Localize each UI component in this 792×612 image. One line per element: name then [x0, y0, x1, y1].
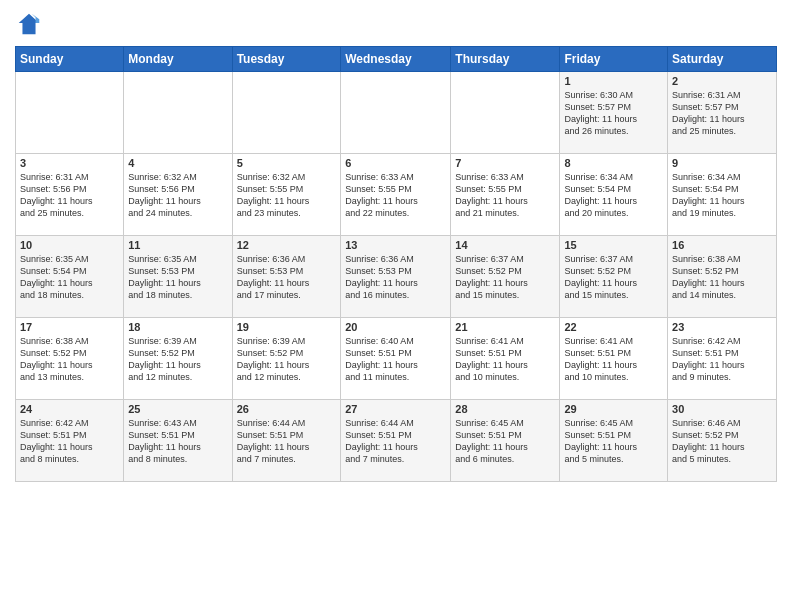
day-number: 21	[455, 321, 555, 333]
day-number: 28	[455, 403, 555, 415]
day-number: 4	[128, 157, 227, 169]
calendar-cell: 5Sunrise: 6:32 AM Sunset: 5:55 PM Daylig…	[232, 154, 341, 236]
day-info: Sunrise: 6:33 AM Sunset: 5:55 PM Dayligh…	[455, 171, 555, 220]
calendar-week-3: 10Sunrise: 6:35 AM Sunset: 5:54 PM Dayli…	[16, 236, 777, 318]
calendar-cell: 20Sunrise: 6:40 AM Sunset: 5:51 PM Dayli…	[341, 318, 451, 400]
calendar-cell: 14Sunrise: 6:37 AM Sunset: 5:52 PM Dayli…	[451, 236, 560, 318]
day-number: 9	[672, 157, 772, 169]
day-number: 24	[20, 403, 119, 415]
day-info: Sunrise: 6:39 AM Sunset: 5:52 PM Dayligh…	[128, 335, 227, 384]
calendar-cell: 6Sunrise: 6:33 AM Sunset: 5:55 PM Daylig…	[341, 154, 451, 236]
day-number: 27	[345, 403, 446, 415]
day-number: 11	[128, 239, 227, 251]
calendar-cell: 7Sunrise: 6:33 AM Sunset: 5:55 PM Daylig…	[451, 154, 560, 236]
day-info: Sunrise: 6:45 AM Sunset: 5:51 PM Dayligh…	[564, 417, 663, 466]
day-number: 25	[128, 403, 227, 415]
day-info: Sunrise: 6:42 AM Sunset: 5:51 PM Dayligh…	[20, 417, 119, 466]
day-info: Sunrise: 6:31 AM Sunset: 5:57 PM Dayligh…	[672, 89, 772, 138]
calendar-cell: 15Sunrise: 6:37 AM Sunset: 5:52 PM Dayli…	[560, 236, 668, 318]
calendar-cell: 10Sunrise: 6:35 AM Sunset: 5:54 PM Dayli…	[16, 236, 124, 318]
logo-icon	[15, 10, 43, 38]
day-info: Sunrise: 6:36 AM Sunset: 5:53 PM Dayligh…	[237, 253, 337, 302]
day-number: 18	[128, 321, 227, 333]
day-info: Sunrise: 6:34 AM Sunset: 5:54 PM Dayligh…	[564, 171, 663, 220]
day-info: Sunrise: 6:35 AM Sunset: 5:53 PM Dayligh…	[128, 253, 227, 302]
day-number: 5	[237, 157, 337, 169]
calendar-cell: 17Sunrise: 6:38 AM Sunset: 5:52 PM Dayli…	[16, 318, 124, 400]
day-number: 8	[564, 157, 663, 169]
calendar: SundayMondayTuesdayWednesdayThursdayFrid…	[15, 46, 777, 482]
day-number: 12	[237, 239, 337, 251]
day-number: 2	[672, 75, 772, 87]
calendar-cell	[341, 72, 451, 154]
calendar-week-4: 17Sunrise: 6:38 AM Sunset: 5:52 PM Dayli…	[16, 318, 777, 400]
calendar-cell: 22Sunrise: 6:41 AM Sunset: 5:51 PM Dayli…	[560, 318, 668, 400]
day-info: Sunrise: 6:45 AM Sunset: 5:51 PM Dayligh…	[455, 417, 555, 466]
day-info: Sunrise: 6:44 AM Sunset: 5:51 PM Dayligh…	[345, 417, 446, 466]
day-info: Sunrise: 6:37 AM Sunset: 5:52 PM Dayligh…	[564, 253, 663, 302]
weekday-header-monday: Monday	[124, 47, 232, 72]
weekday-header-row: SundayMondayTuesdayWednesdayThursdayFrid…	[16, 47, 777, 72]
weekday-header-friday: Friday	[560, 47, 668, 72]
calendar-week-5: 24Sunrise: 6:42 AM Sunset: 5:51 PM Dayli…	[16, 400, 777, 482]
calendar-cell: 27Sunrise: 6:44 AM Sunset: 5:51 PM Dayli…	[341, 400, 451, 482]
calendar-cell: 2Sunrise: 6:31 AM Sunset: 5:57 PM Daylig…	[668, 72, 777, 154]
header	[15, 10, 777, 38]
calendar-cell: 21Sunrise: 6:41 AM Sunset: 5:51 PM Dayli…	[451, 318, 560, 400]
calendar-cell: 3Sunrise: 6:31 AM Sunset: 5:56 PM Daylig…	[16, 154, 124, 236]
day-number: 10	[20, 239, 119, 251]
calendar-cell	[451, 72, 560, 154]
day-info: Sunrise: 6:40 AM Sunset: 5:51 PM Dayligh…	[345, 335, 446, 384]
day-number: 7	[455, 157, 555, 169]
day-info: Sunrise: 6:32 AM Sunset: 5:55 PM Dayligh…	[237, 171, 337, 220]
calendar-cell: 19Sunrise: 6:39 AM Sunset: 5:52 PM Dayli…	[232, 318, 341, 400]
day-number: 6	[345, 157, 446, 169]
day-info: Sunrise: 6:36 AM Sunset: 5:53 PM Dayligh…	[345, 253, 446, 302]
day-info: Sunrise: 6:42 AM Sunset: 5:51 PM Dayligh…	[672, 335, 772, 384]
day-number: 15	[564, 239, 663, 251]
calendar-cell: 25Sunrise: 6:43 AM Sunset: 5:51 PM Dayli…	[124, 400, 232, 482]
day-number: 26	[237, 403, 337, 415]
svg-marker-0	[19, 14, 40, 35]
day-info: Sunrise: 6:43 AM Sunset: 5:51 PM Dayligh…	[128, 417, 227, 466]
calendar-cell: 16Sunrise: 6:38 AM Sunset: 5:52 PM Dayli…	[668, 236, 777, 318]
day-info: Sunrise: 6:44 AM Sunset: 5:51 PM Dayligh…	[237, 417, 337, 466]
day-number: 16	[672, 239, 772, 251]
calendar-cell	[232, 72, 341, 154]
day-info: Sunrise: 6:38 AM Sunset: 5:52 PM Dayligh…	[672, 253, 772, 302]
calendar-cell: 29Sunrise: 6:45 AM Sunset: 5:51 PM Dayli…	[560, 400, 668, 482]
calendar-cell: 13Sunrise: 6:36 AM Sunset: 5:53 PM Dayli…	[341, 236, 451, 318]
calendar-cell: 4Sunrise: 6:32 AM Sunset: 5:56 PM Daylig…	[124, 154, 232, 236]
day-number: 20	[345, 321, 446, 333]
day-number: 30	[672, 403, 772, 415]
calendar-cell: 1Sunrise: 6:30 AM Sunset: 5:57 PM Daylig…	[560, 72, 668, 154]
day-number: 23	[672, 321, 772, 333]
calendar-cell	[16, 72, 124, 154]
calendar-cell: 28Sunrise: 6:45 AM Sunset: 5:51 PM Dayli…	[451, 400, 560, 482]
day-info: Sunrise: 6:38 AM Sunset: 5:52 PM Dayligh…	[20, 335, 119, 384]
day-info: Sunrise: 6:46 AM Sunset: 5:52 PM Dayligh…	[672, 417, 772, 466]
calendar-cell: 12Sunrise: 6:36 AM Sunset: 5:53 PM Dayli…	[232, 236, 341, 318]
day-info: Sunrise: 6:41 AM Sunset: 5:51 PM Dayligh…	[455, 335, 555, 384]
weekday-header-wednesday: Wednesday	[341, 47, 451, 72]
day-number: 19	[237, 321, 337, 333]
logo	[15, 10, 45, 38]
weekday-header-sunday: Sunday	[16, 47, 124, 72]
weekday-header-saturday: Saturday	[668, 47, 777, 72]
day-number: 22	[564, 321, 663, 333]
day-number: 14	[455, 239, 555, 251]
day-info: Sunrise: 6:32 AM Sunset: 5:56 PM Dayligh…	[128, 171, 227, 220]
weekday-header-thursday: Thursday	[451, 47, 560, 72]
calendar-cell: 18Sunrise: 6:39 AM Sunset: 5:52 PM Dayli…	[124, 318, 232, 400]
calendar-cell: 11Sunrise: 6:35 AM Sunset: 5:53 PM Dayli…	[124, 236, 232, 318]
day-info: Sunrise: 6:35 AM Sunset: 5:54 PM Dayligh…	[20, 253, 119, 302]
day-info: Sunrise: 6:30 AM Sunset: 5:57 PM Dayligh…	[564, 89, 663, 138]
day-number: 1	[564, 75, 663, 87]
calendar-cell: 24Sunrise: 6:42 AM Sunset: 5:51 PM Dayli…	[16, 400, 124, 482]
calendar-cell: 9Sunrise: 6:34 AM Sunset: 5:54 PM Daylig…	[668, 154, 777, 236]
calendar-cell: 26Sunrise: 6:44 AM Sunset: 5:51 PM Dayli…	[232, 400, 341, 482]
day-info: Sunrise: 6:41 AM Sunset: 5:51 PM Dayligh…	[564, 335, 663, 384]
calendar-week-2: 3Sunrise: 6:31 AM Sunset: 5:56 PM Daylig…	[16, 154, 777, 236]
page: SundayMondayTuesdayWednesdayThursdayFrid…	[0, 0, 792, 612]
day-info: Sunrise: 6:33 AM Sunset: 5:55 PM Dayligh…	[345, 171, 446, 220]
